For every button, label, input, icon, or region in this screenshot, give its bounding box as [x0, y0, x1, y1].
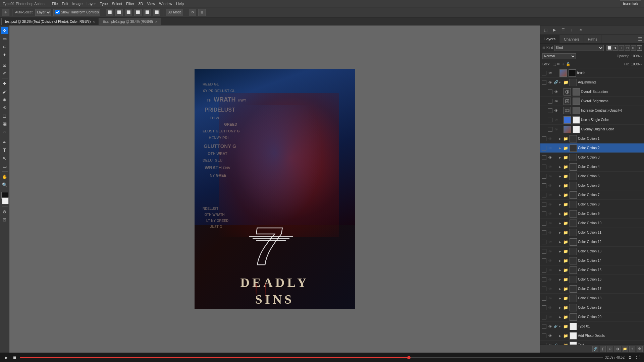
- menu-type[interactable]: Type: [100, 2, 108, 6]
- layer-vis-co5[interactable]: 👁: [547, 174, 553, 179]
- layer-expand-co17[interactable]: ▶: [557, 287, 562, 291]
- layer-vis-co15[interactable]: 👁: [547, 267, 553, 273]
- filter-pixel[interactable]: ⬜: [606, 45, 612, 51]
- layer-expand-co15[interactable]: ▶: [557, 268, 562, 273]
- filter-adj[interactable]: ◑: [612, 45, 618, 51]
- align-right[interactable]: ⬜: [125, 9, 132, 16]
- video-settings-btn[interactable]: ⚙: [627, 354, 633, 361]
- layer-expand-co20[interactable]: ▶: [557, 315, 562, 319]
- layer-expand-co12[interactable]: ▶: [557, 240, 562, 244]
- layer-color-opt-20[interactable]: 👁 ▶ 📁 Color Option 20: [540, 312, 644, 322]
- add-group-btn[interactable]: 📁: [622, 346, 628, 352]
- layer-vis-co11[interactable]: 👁: [547, 230, 553, 235]
- filter-select[interactable]: Kind: [554, 45, 604, 51]
- blend-mode-select[interactable]: Normal: [542, 53, 576, 59]
- layer-vis-adj[interactable]: 👁: [547, 80, 553, 85]
- layer-vis-co8[interactable]: 👁: [547, 202, 553, 207]
- panel-menu-btn[interactable]: ☰: [636, 35, 644, 43]
- layer-expand-co19[interactable]: ▶: [557, 305, 562, 310]
- rotate-tool[interactable]: ↻: [189, 9, 196, 16]
- background-color[interactable]: [2, 197, 9, 204]
- menu-image[interactable]: Image: [72, 2, 83, 6]
- layer-expand-co1[interactable]: ▶: [557, 136, 562, 141]
- transform-checkbox[interactable]: [55, 10, 60, 14]
- layer-color-opt-14[interactable]: 👁 ▶ 📁 Color Option 14: [540, 256, 644, 265]
- layer-vis-type01[interactable]: 👁: [547, 324, 553, 329]
- align-top[interactable]: ⬜: [134, 9, 142, 16]
- menu-3d[interactable]: 3D: [138, 2, 143, 6]
- move-tool-btn[interactable]: ✛: [1, 27, 8, 34]
- layer-vis-contrast[interactable]: 👁: [553, 108, 559, 113]
- gradient-tool[interactable]: ▦: [1, 120, 8, 127]
- magic-wand-tool[interactable]: ✦: [1, 51, 8, 58]
- layer-vis-co2[interactable]: 👁: [547, 145, 553, 151]
- video-fullscreen-btn[interactable]: ⛶: [635, 354, 641, 361]
- eyedropper-tool[interactable]: ✐: [1, 69, 8, 77]
- screen-mode-btn[interactable]: ⊡: [1, 216, 8, 223]
- layer-vis-co10[interactable]: 👁: [547, 221, 553, 226]
- layer-color-opt-6[interactable]: 👁 ▶ 📁 Color Option 6: [540, 181, 644, 190]
- add-layer-btn[interactable]: +: [629, 346, 635, 352]
- layer-vis-co13[interactable]: 👁: [547, 249, 553, 254]
- layer-vis-co14[interactable]: 👁: [547, 258, 553, 263]
- lasso-tool[interactable]: ⊂: [1, 43, 8, 50]
- video-stop-btn[interactable]: ⏹: [11, 354, 18, 361]
- layer-expand-co6[interactable]: ▶: [557, 183, 562, 188]
- filter-toggle[interactable]: ●: [637, 45, 642, 51]
- marquee-tool[interactable]: ▭: [1, 35, 8, 42]
- layer-expand-co8[interactable]: ▶: [557, 202, 562, 207]
- layer-expand-co5[interactable]: ▶: [557, 174, 562, 179]
- layer-color-opt-11[interactable]: 👁 ▶ 📁 Color Option 11: [540, 228, 644, 237]
- layer-expand-co9[interactable]: ▶: [557, 212, 562, 216]
- layer-color-opt-7[interactable]: 👁 ▶ 📁 Color Option 7: [540, 190, 644, 200]
- layer-vis-co6[interactable]: 👁: [547, 183, 553, 188]
- healing-tool[interactable]: ✚: [1, 80, 8, 87]
- layer-vis-co3[interactable]: 👁: [547, 155, 553, 160]
- layer-color-opt-17[interactable]: 👁 ▶ 📁 Color Option 17: [540, 284, 644, 294]
- opacity-spinner[interactable]: ▾: [640, 55, 642, 58]
- layer-color-opt-19[interactable]: 👁 ▶ 📁 Color Option 19: [540, 303, 644, 312]
- shape-tool[interactable]: ▭: [1, 163, 8, 170]
- layer-color-opt-5[interactable]: 👁 ▶ 📁 Color Option 5: [540, 172, 644, 181]
- lock-all[interactable]: 🔒: [566, 62, 571, 66]
- video-progress-bar[interactable]: [20, 357, 603, 358]
- paths-tab[interactable]: Paths: [584, 35, 602, 43]
- layer-color-opt-3[interactable]: 👁 ▶ 📁 Color Option 3: [540, 153, 644, 162]
- layer-vis-co1[interactable]: 👁: [547, 136, 553, 141]
- layer-expand-co7[interactable]: ▶: [557, 193, 562, 197]
- layer-color-opt-10[interactable]: 👁 ▶ 📁 Color Option 10: [540, 219, 644, 228]
- layer-overall-bright[interactable]: 👁 Overall Brightness: [540, 97, 644, 106]
- layer-vis-photo[interactable]: 👁: [547, 333, 553, 339]
- hand-tool[interactable]: ✋: [1, 173, 8, 180]
- tab-close-2[interactable]: ✕: [155, 20, 158, 23]
- move-tool[interactable]: ✛: [2, 9, 9, 16]
- layer-vis-bright[interactable]: 👁: [553, 99, 559, 104]
- layer-color-opt-8[interactable]: 👁 ▶ 📁 Color Option 8: [540, 200, 644, 209]
- delete-layer-btn[interactable]: 🗑: [637, 346, 643, 352]
- align-left[interactable]: ⬜: [106, 9, 113, 16]
- scale-tool[interactable]: ⊞: [198, 9, 206, 16]
- align-bottom[interactable]: ⬜: [153, 9, 160, 16]
- path-selection-tool[interactable]: ↖: [1, 155, 8, 162]
- layer-color-opt-15[interactable]: 👁 ▶ 📁 Color Option 15: [540, 265, 644, 275]
- panel-icon-1[interactable]: ⬚: [542, 26, 550, 34]
- layer-expand-co11[interactable]: ▶: [557, 230, 562, 235]
- layer-vis-overlay[interactable]: 👁: [553, 127, 559, 132]
- text-tool[interactable]: T: [1, 146, 8, 154]
- layer-color-opt-4[interactable]: 👁 ▶ 📁 Color Option 4: [540, 162, 644, 172]
- quick-mask-btn[interactable]: ⊘: [1, 208, 8, 215]
- layer-expand-co14[interactable]: ▶: [557, 258, 562, 263]
- add-adjustment-btn[interactable]: ◑: [614, 346, 621, 352]
- add-style-btn[interactable]: ƒ: [600, 346, 606, 352]
- lock-position[interactable]: ✛: [561, 62, 565, 66]
- tab-example[interactable]: Example1a.jpg @ 38.4% (RGB/8) ✕: [99, 18, 161, 25]
- filter-type[interactable]: T: [619, 45, 624, 51]
- filter-shape[interactable]: ◻: [625, 45, 630, 51]
- dodge-tool[interactable]: ○: [1, 128, 8, 135]
- panel-icon-2[interactable]: ▶: [550, 26, 558, 34]
- layer-expand-co2[interactable]: ▶: [557, 146, 562, 150]
- pen-tool[interactable]: ✒: [1, 138, 8, 146]
- layer-vis-co7[interactable]: 👁: [547, 192, 553, 198]
- layer-expand-co18[interactable]: ▶: [557, 296, 562, 301]
- panel-icon-3[interactable]: ☰: [559, 26, 567, 34]
